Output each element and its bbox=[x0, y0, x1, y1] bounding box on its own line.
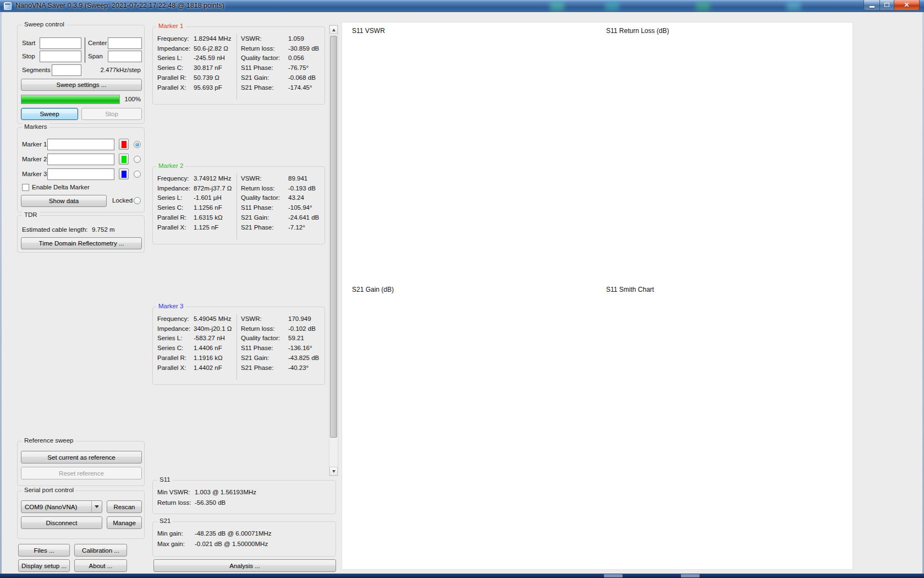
marker-1-frequency-input[interactable] bbox=[47, 139, 114, 150]
field-label: Parallel X: bbox=[157, 223, 194, 233]
segments-input[interactable] bbox=[52, 64, 81, 76]
scrollbar-up-button[interactable] bbox=[329, 25, 338, 34]
disconnect-button[interactable]: Disconnect bbox=[21, 516, 102, 529]
marker-2-label: Marker 2 bbox=[22, 156, 47, 162]
field-value: -0.068 dB bbox=[288, 73, 316, 83]
progress-fill bbox=[21, 95, 119, 103]
sweep-button[interactable]: Sweep bbox=[21, 108, 78, 120]
desktop-glow bbox=[696, 2, 710, 10]
set-reference-button[interactable]: Set current as reference bbox=[21, 451, 142, 464]
markers-group: Markers Marker 1Marker 2Marker 3 Enable … bbox=[17, 127, 145, 212]
field-value: 340m-j20.1 Ω bbox=[194, 324, 232, 334]
tdr-button[interactable]: Time Domain Reflectometry ... bbox=[21, 237, 142, 249]
field-label: VSWR: bbox=[241, 174, 288, 184]
field-value: -105.94° bbox=[288, 203, 312, 213]
reference-sweep-group: Reference sweep Set current as reference… bbox=[17, 441, 145, 486]
maximize-icon bbox=[884, 3, 889, 7]
field-label: Quality factor: bbox=[241, 53, 288, 63]
minimize-button[interactable] bbox=[864, 0, 879, 10]
taskbar-item bbox=[681, 574, 700, 577]
marker-2-select-radio[interactable] bbox=[134, 156, 141, 163]
enable-delta-marker-label: Enable Delta Marker bbox=[32, 184, 90, 190]
chevron-down-icon bbox=[95, 505, 99, 508]
field-label: S21 Phase: bbox=[241, 363, 288, 373]
scrollbar-down-button[interactable] bbox=[329, 467, 338, 476]
center-input[interactable] bbox=[108, 37, 142, 49]
field-value: 89.941 bbox=[288, 174, 307, 184]
field-value: 0.056 bbox=[288, 53, 304, 63]
s11-return-loss-chart-panel: S11 Return Loss (dB) bbox=[600, 24, 853, 281]
marker-3-color-button[interactable] bbox=[119, 168, 129, 179]
cable-length-value: 9.752 m bbox=[92, 226, 115, 233]
field-value: -136.16° bbox=[288, 343, 312, 353]
chart-title: S11 Smith Chart bbox=[606, 286, 654, 293]
field-value: 1.1916 kΩ bbox=[194, 353, 223, 363]
app-icon bbox=[4, 2, 12, 10]
s21-gain-chart[interactable] bbox=[345, 295, 510, 377]
field-value: -1.601 μH bbox=[194, 193, 222, 203]
field-label: Impedance: bbox=[157, 184, 194, 194]
sweep-settings-button[interactable]: Sweep settings ... bbox=[21, 79, 142, 91]
manage-button[interactable]: Manage bbox=[107, 516, 142, 529]
start-label: Start bbox=[22, 40, 35, 46]
marker-2-color-button[interactable] bbox=[119, 154, 129, 165]
span-input[interactable] bbox=[108, 51, 142, 62]
field-value: -245.59 nH bbox=[194, 53, 225, 63]
group-title: Markers bbox=[22, 123, 50, 130]
locked-radio[interactable] bbox=[134, 197, 141, 204]
field-value: 1.4402 nF bbox=[194, 363, 222, 373]
display-setup-button[interactable]: Display setup ... bbox=[18, 559, 70, 572]
marker-3-frequency-input[interactable] bbox=[47, 168, 114, 180]
locked-label: Locked bbox=[112, 197, 133, 204]
stop-button[interactable]: Stop bbox=[81, 108, 142, 120]
marker-2-details-box: Marker 2Frequency:3.74912 MHzImpedance:8… bbox=[152, 166, 325, 244]
scrollbar[interactable] bbox=[329, 25, 338, 476]
marker-3-select-radio[interactable] bbox=[134, 171, 141, 178]
scrollbar-thumb[interactable] bbox=[330, 36, 337, 438]
calibration-button[interactable]: Calibration ... bbox=[74, 544, 127, 557]
about-button[interactable]: About ... bbox=[74, 559, 127, 572]
s21-gain-chart-panel: S21 Gain (dB) bbox=[345, 282, 597, 542]
reset-reference-button[interactable]: Reset reference bbox=[21, 467, 142, 479]
field-value: -40.23° bbox=[288, 363, 309, 373]
stop-input[interactable] bbox=[40, 51, 81, 62]
field-value: 95.693 pF bbox=[194, 83, 222, 93]
marker-details-title: Marker 1 bbox=[156, 23, 185, 29]
desktop-glow bbox=[550, 2, 564, 10]
close-button[interactable]: ✕ bbox=[894, 0, 920, 10]
field-value: 1.059 bbox=[288, 34, 304, 44]
field-label: S21 Phase: bbox=[241, 223, 288, 233]
summary-value: -56.350 dB bbox=[195, 498, 226, 508]
field-label: Parallel R: bbox=[157, 213, 194, 223]
field-value: 1.82944 MHz bbox=[194, 34, 231, 44]
show-data-button[interactable]: Show data bbox=[21, 195, 107, 207]
field-value: -24.641 dB bbox=[288, 213, 319, 223]
marker-2-frequency-input[interactable] bbox=[47, 154, 114, 165]
group-title: TDR bbox=[22, 211, 40, 218]
enable-delta-marker-checkbox[interactable] bbox=[22, 184, 29, 191]
rescan-button[interactable]: Rescan bbox=[107, 500, 142, 513]
arrow-up-icon bbox=[332, 29, 336, 31]
marker-1-select-radio[interactable] bbox=[134, 141, 141, 148]
field-value: -0.193 dB bbox=[288, 184, 316, 194]
marker-details-scroll-area: Marker 1Frequency:1.82944 MHzImpedance:5… bbox=[151, 25, 338, 476]
s11-smith-chart[interactable] bbox=[600, 295, 765, 377]
maximize-button[interactable] bbox=[879, 0, 894, 10]
serial-port-select[interactable]: COM9 (NanoVNA) bbox=[21, 500, 102, 513]
field-value: 1.6315 kΩ bbox=[194, 213, 223, 223]
files-button[interactable]: Files ... bbox=[18, 544, 70, 557]
marker-1-color-button[interactable] bbox=[119, 139, 129, 150]
marker-color-swatch bbox=[122, 156, 127, 163]
s11-vswr-chart[interactable] bbox=[345, 36, 510, 118]
summary-label: Return loss: bbox=[157, 498, 195, 508]
group-title: Sweep control bbox=[22, 21, 67, 28]
start-input[interactable] bbox=[40, 37, 81, 49]
field-value: -30.859 dB bbox=[288, 44, 319, 54]
s11-return-loss-chart[interactable] bbox=[600, 36, 765, 118]
marker-3-label: Marker 3 bbox=[22, 171, 47, 177]
span-label: Span bbox=[88, 53, 103, 59]
segments-label: Segments bbox=[22, 67, 51, 73]
analysis-button[interactable]: Analysis ... bbox=[153, 559, 336, 572]
column-divider bbox=[237, 34, 237, 100]
field-value: 50.6-j2.82 Ω bbox=[194, 44, 228, 54]
